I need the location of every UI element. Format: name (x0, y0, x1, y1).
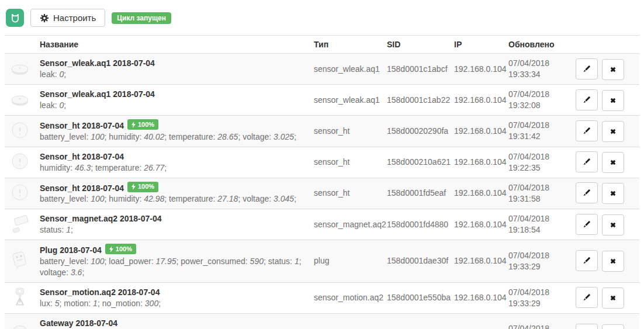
table-row: Sensor_ht 2018-07-04100% battery_level: … (5, 178, 639, 209)
device-name: Sensor_wleak.aq1 2018-07-04 (40, 89, 155, 99)
water-leak-sensor-icon (8, 57, 32, 80)
close-icon (608, 293, 618, 303)
device-ip-cell: 192.168.0.104 (449, 178, 504, 209)
edit-button[interactable] (576, 287, 598, 308)
device-sid-cell: 158d0001fd5eaf (382, 178, 449, 209)
device-updated-cell: 07/04/2018 19:32:08 (504, 85, 571, 116)
device-sid-cell: 7811dcb7da72 (382, 313, 449, 329)
pencil-icon (581, 188, 592, 198)
header-ip: IP (449, 36, 504, 54)
device-properties: lux: 5; motion: 1; no_motion: 300; (40, 298, 304, 309)
delete-button[interactable] (602, 90, 624, 111)
toolbar: Настроить Цикл запущен (0, 0, 644, 35)
device-name: Sensor_motion.aq2 2018-07-04 (40, 288, 160, 297)
delete-button[interactable] (602, 251, 624, 272)
close-icon (608, 189, 618, 198)
battery-badge: 100% (127, 182, 158, 192)
header-actions-column (571, 36, 639, 54)
edit-button[interactable] (576, 120, 598, 141)
device-properties: battery_level: 100; humidity: 42.98; tem… (40, 193, 304, 205)
device-sid-cell: 158d0001c1ab22 (382, 85, 449, 116)
device-type-cell: sensor_motion.aq2 (309, 282, 382, 313)
device-name: Sensor_ht 2018-07-04 (40, 152, 124, 161)
cycle-status-badge: Цикл запущен (112, 12, 171, 24)
edit-button[interactable] (576, 182, 598, 203)
device-name: Sensor_wleak.aq1 2018-07-04 (40, 58, 155, 68)
gateway-icon (8, 322, 32, 329)
delete-button[interactable] (602, 183, 624, 204)
header-icon-column (5, 36, 35, 54)
table-header-row: Название Тип SID IP Обновлено (5, 36, 639, 54)
close-icon (608, 65, 618, 74)
device-type-cell: sensor_ht (309, 116, 382, 147)
device-ip-cell: 192.168.0.104 (449, 282, 504, 313)
edit-button[interactable] (576, 58, 598, 79)
ht-sensor-icon (8, 119, 32, 142)
ht-sensor-icon (8, 150, 32, 173)
device-type-cell: sensor_ht (309, 147, 382, 178)
lightning-bolt-icon (109, 246, 113, 252)
pencil-icon (581, 219, 592, 230)
device-type-cell: sensor_wleak.aq1 (309, 85, 382, 116)
plug-icon (8, 248, 32, 272)
device-ip-cell: 192.168.0.104 (449, 209, 504, 240)
device-table: Название Тип SID IP Обновлено Sensor_wle… (5, 35, 639, 329)
device-properties: battery_level: 100; humidity: 40.02; tem… (40, 131, 304, 143)
delete-button[interactable] (602, 152, 624, 173)
pencil-icon (581, 95, 592, 105)
edit-button[interactable] (576, 250, 598, 271)
device-ip-cell: 192.168.0.104 (449, 85, 504, 116)
device-updated-cell: 07/04/2018 19:18:54 (504, 209, 571, 240)
device-type-cell: sensor_wleak.aq1 (309, 54, 382, 85)
mihome-mascot-icon (9, 12, 21, 24)
close-icon (608, 220, 618, 230)
delete-button[interactable] (602, 324, 624, 329)
pencil-icon (581, 126, 592, 136)
lightning-bolt-icon (131, 122, 136, 128)
delete-button[interactable] (602, 59, 624, 80)
edit-button[interactable] (576, 324, 598, 329)
device-updated-cell: 07/04/2018 19:22:35 (504, 147, 571, 178)
device-updated-cell: 07/04/2018 19:33:29 (504, 240, 571, 283)
table-row: Gateway 2018-07-04 brightness: 0; illumi… (5, 313, 639, 329)
close-icon (608, 127, 618, 136)
header-sid: SID (382, 36, 449, 54)
device-type-cell: gateway (309, 313, 382, 329)
device-ip-cell: 192.168.0.104 (449, 116, 504, 147)
magnet-sensor-icon (8, 212, 32, 236)
close-icon (608, 257, 618, 266)
configure-button-label: Настроить (53, 13, 96, 23)
device-ip-cell: 192.168.0.104 (449, 313, 504, 329)
edit-button[interactable] (576, 151, 598, 172)
device-name: Plug 2018-07-04 (40, 245, 102, 255)
motion-sensor-icon (8, 285, 32, 309)
delete-button[interactable] (602, 121, 624, 142)
device-updated-cell: 07/04/2018 19:31:58 (504, 178, 571, 209)
device-sid-cell: 158d0001e550ba (382, 282, 449, 313)
device-ip-cell: 192.168.0.104 (449, 240, 504, 283)
device-type-cell: plug (309, 240, 382, 283)
pencil-icon (581, 64, 592, 74)
header-type: Тип (309, 36, 382, 54)
pencil-icon (581, 157, 592, 167)
device-properties: leak: 0; (40, 69, 304, 80)
device-properties: battery_level: 100; load_power: 17.95; p… (40, 256, 304, 278)
device-sid-cell: 158d0001c1abcf (382, 54, 449, 85)
delete-button[interactable] (602, 288, 624, 309)
device-updated-cell: 07/04/2018 19:33:29 (504, 282, 571, 313)
header-updated: Обновлено (504, 36, 571, 54)
table-row: Sensor_ht 2018-07-04 humidity: 46.3; tem… (5, 147, 639, 178)
delete-button[interactable] (602, 214, 624, 236)
battery-badge: 100% (105, 244, 136, 254)
configure-button[interactable]: Настроить (30, 9, 105, 27)
ht-sensor-icon (8, 181, 32, 204)
device-name: Sensor_ht 2018-07-04 (40, 183, 124, 192)
edit-button[interactable] (576, 89, 598, 110)
device-sid-cell: 158d0001fd4880 (382, 209, 449, 240)
mihome-logo[interactable] (6, 9, 24, 27)
pencil-icon (581, 292, 592, 303)
edit-button[interactable] (576, 214, 598, 235)
table-row: Sensor_ht 2018-07-04100% battery_level: … (5, 116, 639, 147)
lightning-bolt-icon (131, 183, 136, 190)
device-sid-cell: 158d000210a621 (382, 147, 449, 178)
